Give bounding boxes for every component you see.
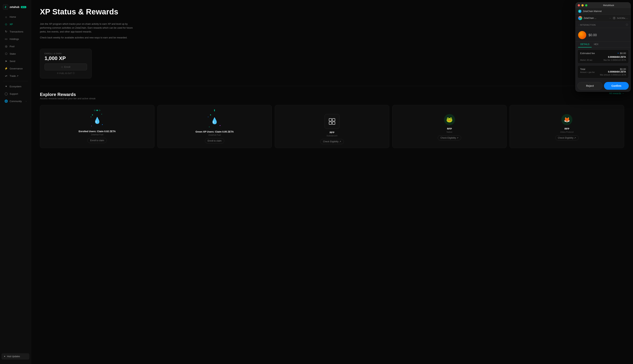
page-title: XP Status & Rewards xyxy=(40,8,624,16)
confirm-button[interactable]: Confirm xyxy=(604,82,629,90)
header-text: Join the XP program which tracks your on… xyxy=(40,22,136,42)
fuel-notice: ⊙ FUEL IS OUT ⓘ xyxy=(45,72,87,74)
reward-card-action-3[interactable]: Check Eligibility ↗ xyxy=(438,135,461,140)
sidebar-item-ecosystem[interactable]: ✦ Ecosystem xyxy=(2,83,29,90)
hub-updates-button[interactable]: ✦ Hub Updates xyxy=(2,353,29,360)
reward-card-action-1[interactable]: Enroll to claim xyxy=(205,138,224,144)
sidebar-item-pool[interactable]: ◎ Pool xyxy=(2,43,29,50)
enroll-button-label: Enroll xyxy=(64,66,70,68)
reward-card-0: ◇ ◆ ◇ 💧 Enrolled Users: Claim 0.02 ZETA … xyxy=(40,105,154,148)
sidebar-label-pool: Pool xyxy=(10,45,15,48)
sparkle-dot xyxy=(92,114,93,115)
sidebar-item-holdings[interactable]: ▭ Holdings xyxy=(2,36,29,42)
diamond-icon-0c: ◇ xyxy=(99,109,100,112)
network-icon: Z xyxy=(578,10,581,13)
description-2: Check back weekly for available activiti… xyxy=(40,36,136,40)
sidebar-item-transactions[interactable]: ↻ Transactions xyxy=(2,28,29,35)
ecosystem-icon: ✦ xyxy=(5,85,8,88)
reject-button[interactable]: Reject xyxy=(577,82,602,90)
enroll-button[interactable]: ◇ Enroll xyxy=(45,64,87,70)
enroll-card: ENROLL & EARN 1,000 XP ◇ Enroll ⊙ FUEL I… xyxy=(40,49,92,78)
account-address: 0x3C85e..... xyxy=(617,17,628,19)
reward-card-action-2[interactable]: Check Eligibility ↗ xyxy=(320,139,344,144)
sidebar-label-community: Community xyxy=(10,100,22,103)
reward-card-sub-3: Native xyxy=(447,131,452,133)
beta-badge: BETA xyxy=(21,6,26,8)
drop-icon-0: 💧 xyxy=(93,117,101,124)
sidebar-label-stake: Stake xyxy=(10,52,16,55)
rfp-icon-2 xyxy=(328,118,336,125)
section-divider xyxy=(40,86,624,86)
sparkle-dot xyxy=(210,114,211,115)
balance-text: $0.00 xyxy=(588,33,597,37)
sidebar-label-governance: Governance xyxy=(10,67,23,70)
sidebar-item-governance[interactable]: ⚡ Governance xyxy=(2,65,29,72)
tab-hex[interactable]: HEX xyxy=(592,42,601,48)
sparkle-dot xyxy=(91,126,92,126)
sidebar-label-xp: XP xyxy=(10,23,13,26)
reward-card-sub-0: ZetaHub Fuel xyxy=(91,134,103,136)
community-chevron: › xyxy=(26,100,27,102)
nav-divider xyxy=(3,81,28,81)
question-icon: ? xyxy=(613,16,616,20)
hub-updates-label: Hub Updates xyxy=(7,355,20,358)
sidebar-item-xp[interactable]: ◇ XP xyxy=(2,21,29,28)
sparkle-dot xyxy=(101,114,102,114)
reward-icon-4: 🦊 xyxy=(561,114,572,125)
sidebar-item-stake[interactable]: ⬡ Stake xyxy=(2,50,29,57)
reward-card-2: RFP SubstanceX Check Eligibility ↗ xyxy=(275,105,389,148)
rewards-title-group: Explore Rewards Access rewards based on … xyxy=(40,92,96,104)
native-icon: 🐸 xyxy=(446,117,453,123)
max-fee: Max fee: 0.00092122 ZETA xyxy=(603,59,626,61)
holdings-icon: ▭ xyxy=(5,37,8,40)
sidebar-item-support[interactable]: ◯ Support xyxy=(2,90,29,97)
total-zeta: 0.00068404 ZETA xyxy=(600,70,626,73)
rewards-title: Explore Rewards xyxy=(40,92,96,97)
reward-card-action-0[interactable]: Enroll to claim xyxy=(87,138,107,143)
estimated-fee-usd: $0.00 xyxy=(620,52,626,55)
reward-card-action-4[interactable]: Check Eligibility ↗ xyxy=(555,135,579,140)
sidebar-item-home[interactable]: ⌂ Home xyxy=(2,14,29,20)
all-rewards-link[interactable]: All rewards → xyxy=(609,92,624,95)
reward-card-title-4: RFP xyxy=(564,127,569,130)
max-amount: Max amount: 0.00092122 ZETA xyxy=(600,74,626,76)
amount-gas-label: Amount + gas fee xyxy=(580,71,595,73)
sidebar-label-holdings: Holdings xyxy=(10,38,19,40)
sparkle-dot xyxy=(209,126,209,127)
close-dot[interactable] xyxy=(578,4,580,6)
arrow-icon: → xyxy=(609,16,611,20)
sidebar-label-ecosystem: Ecosystem xyxy=(10,85,22,88)
logo: Z zetahub BETA xyxy=(0,3,31,13)
estimated-fee-zeta: 0.00068404 ZETA xyxy=(580,56,626,58)
account-avatar xyxy=(578,16,582,20)
transactions-icon: ↻ xyxy=(5,30,8,33)
sidebar-item-send[interactable]: ➤ Send xyxy=(2,58,29,64)
estimated-fee-label: Estimated fee xyxy=(580,52,595,55)
sidebar: Z zetahub BETA ⌂ Home ◇ XP ↻ Transaction… xyxy=(0,0,31,364)
reward-card-3: 🐸 RFP Native Check Eligibility ↗ xyxy=(392,105,507,148)
minimize-dot[interactable] xyxy=(581,4,584,6)
support-icon: ◯ xyxy=(5,92,8,96)
metamask-interaction-bar: : INTERACTION ⓘ xyxy=(575,22,630,28)
sidebar-label-send: Send xyxy=(10,60,15,62)
sidebar-item-community[interactable]: 🌐 Community › xyxy=(2,98,29,105)
reward-icon-2 xyxy=(325,114,340,129)
logo-icon: Z xyxy=(3,4,8,10)
maximize-dot[interactable] xyxy=(585,4,587,6)
stake-icon: ⬡ xyxy=(5,52,8,56)
svg-rect-14 xyxy=(333,122,335,124)
description-1: Join the XP program which tracks your on… xyxy=(40,22,136,34)
metamask-tabs: DETAILS HEX xyxy=(575,42,630,48)
tab-details[interactable]: DETAILS xyxy=(578,42,592,48)
reward-card-sub-1: ZetaHub Fuel xyxy=(208,134,221,136)
diamond-icon-0b: ◆ xyxy=(96,109,98,112)
edit-fee-icon[interactable]: ✏ xyxy=(617,52,619,54)
metamask-titlebar: MetaMask xyxy=(575,2,630,8)
card-top-icons-0: ◇ ◆ ◇ xyxy=(94,109,100,112)
total-usd: $0.00 xyxy=(600,68,626,70)
total-label: Total xyxy=(580,68,595,70)
logo-text: zetahub xyxy=(10,6,20,8)
metamask-account-bar: ZetaChain ... → ? 0x3C85e..... xyxy=(575,14,630,22)
enroll-xp: 1,000 XP xyxy=(45,56,87,61)
sidebar-item-trade[interactable]: ⇌ Trade ↗ xyxy=(2,72,29,79)
